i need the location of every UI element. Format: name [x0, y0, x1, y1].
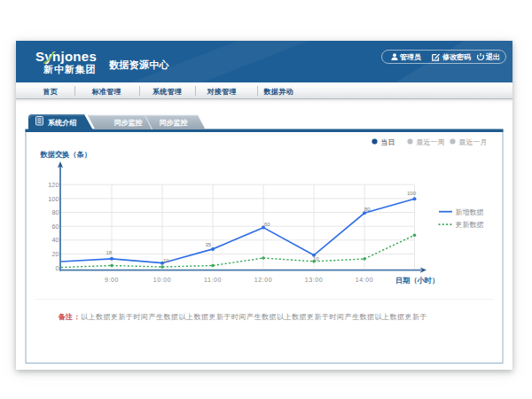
svg-text:80: 80 [364, 207, 371, 212]
svg-text:120: 120 [48, 181, 59, 189]
svg-text:11:00: 11:00 [204, 277, 222, 283]
svg-text:10: 10 [163, 258, 169, 263]
svg-text:当日: 当日 [381, 138, 395, 146]
svg-text:同步监控: 同步监控 [114, 119, 143, 127]
svg-text:9:00: 9:00 [105, 277, 119, 283]
svg-text:同步监控: 同步监控 [160, 119, 188, 127]
svg-text:40: 40 [51, 236, 59, 244]
svg-text:14:00: 14:00 [356, 277, 374, 283]
svg-text:0: 0 [55, 264, 59, 272]
svg-text:数据交换（条）: 数据交换（条） [40, 150, 91, 159]
svg-text:日期（小时）: 日期（小时） [395, 277, 439, 285]
svg-text:35: 35 [206, 242, 212, 247]
svg-text:60: 60 [264, 222, 270, 227]
svg-text:最近一月: 最近一月 [459, 138, 488, 146]
svg-text:更新数据: 更新数据 [456, 221, 484, 229]
svg-text:最近一周: 最近一周 [417, 138, 445, 146]
svg-text:80: 80 [51, 208, 59, 216]
svg-text:10: 10 [313, 256, 319, 262]
svg-text:10:00: 10:00 [153, 277, 172, 283]
svg-text:100: 100 [407, 191, 417, 196]
svg-text:18: 18 [106, 250, 113, 255]
svg-text:60: 60 [51, 223, 59, 231]
svg-text:100: 100 [48, 195, 59, 203]
svg-text:12:00: 12:00 [254, 277, 273, 283]
svg-text:系统介绍: 系统介绍 [47, 118, 76, 127]
svg-text:20: 20 [51, 250, 59, 258]
svg-text:13:00: 13:00 [305, 277, 324, 283]
svg-text:新增数据: 新增数据 [456, 208, 484, 216]
